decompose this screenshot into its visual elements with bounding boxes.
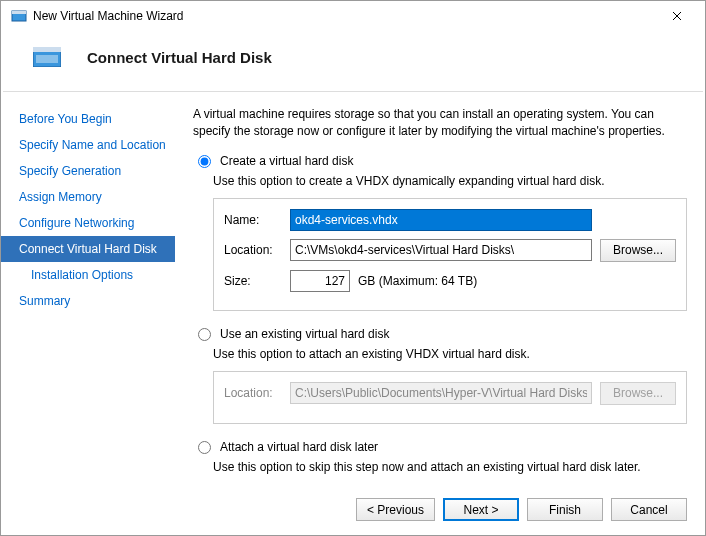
hard-disk-icon [27,45,67,69]
location-label: Location: [224,243,282,257]
wizard-header: Connect Virtual Hard Disk [1,31,705,91]
wizard-window: New Virtual Machine Wizard Connect Virtu… [0,0,706,536]
name-label: Name: [224,213,282,227]
location-input[interactable] [290,239,592,261]
step-before-you-begin[interactable]: Before You Begin [1,106,175,132]
browse-button[interactable]: Browse... [600,239,676,262]
titlebar: New Virtual Machine Wizard [1,1,705,31]
step-specify-name[interactable]: Specify Name and Location [1,132,175,158]
radio-attach-later[interactable] [198,441,211,454]
desc-create-vhd: Use this option to create a VHDX dynamic… [213,174,687,188]
desc-attach-later: Use this option to skip this step now an… [213,460,687,474]
size-unit: GB (Maximum: 64 TB) [358,274,477,288]
radio-existing-vhd[interactable] [198,328,211,341]
step-configure-networking[interactable]: Configure Networking [1,210,175,236]
option-create-vhd[interactable]: Create a virtual hard disk [193,154,687,168]
label-create-vhd: Create a virtual hard disk [220,154,353,168]
label-existing-vhd: Use an existing virtual hard disk [220,327,389,341]
step-specify-generation[interactable]: Specify Generation [1,158,175,184]
wizard-body: Before You Begin Specify Name and Locati… [1,92,705,488]
page-title: Connect Virtual Hard Disk [87,49,272,66]
existing-location-label: Location: [224,386,282,400]
radio-create-vhd[interactable] [198,155,211,168]
close-icon [672,11,682,21]
app-icon [11,8,27,24]
svg-rect-4 [36,55,58,63]
cancel-button[interactable]: Cancel [611,498,687,521]
svg-rect-3 [33,47,61,52]
step-summary[interactable]: Summary [1,288,175,314]
group-existing-vhd: Location: Browse... [213,371,687,424]
step-installation-options[interactable]: Installation Options [1,262,175,288]
desc-existing-vhd: Use this option to attach an existing VH… [213,347,687,361]
label-attach-later: Attach a virtual hard disk later [220,440,378,454]
name-input[interactable] [290,209,592,231]
step-sidebar: Before You Begin Specify Name and Locati… [1,92,175,488]
option-attach-later[interactable]: Attach a virtual hard disk later [193,440,687,454]
option-existing-vhd[interactable]: Use an existing virtual hard disk [193,327,687,341]
step-connect-vhd[interactable]: Connect Virtual Hard Disk [1,236,175,262]
window-title: New Virtual Machine Wizard [33,9,657,23]
previous-button[interactable]: < Previous [356,498,435,521]
finish-button[interactable]: Finish [527,498,603,521]
page-description: A virtual machine requires storage so th… [193,106,687,140]
group-create-vhd: Name: Location: Browse... Size: GB (Maxi… [213,198,687,311]
wizard-footer: < Previous Next > Finish Cancel [1,488,705,535]
size-input[interactable] [290,270,350,292]
wizard-content: A virtual machine requires storage so th… [175,92,705,488]
close-button[interactable] [657,2,697,30]
size-label: Size: [224,274,282,288]
next-button[interactable]: Next > [443,498,519,521]
svg-rect-1 [12,11,26,14]
existing-browse-button: Browse... [600,382,676,405]
step-assign-memory[interactable]: Assign Memory [1,184,175,210]
existing-location-input [290,382,592,404]
